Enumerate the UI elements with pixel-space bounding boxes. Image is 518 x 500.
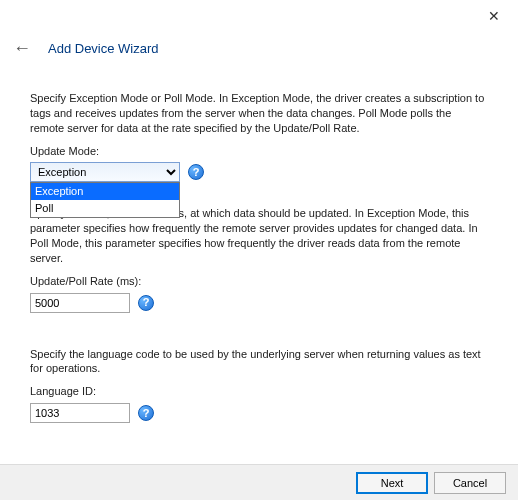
update-mode-dropdown: Exception Poll: [30, 182, 180, 218]
help-icon[interactable]: ?: [138, 295, 154, 311]
language-description: Specify the language code to be used by …: [30, 347, 488, 377]
cancel-button[interactable]: Cancel: [434, 472, 506, 494]
help-icon[interactable]: ?: [188, 164, 204, 180]
footer-bar: Next Cancel: [0, 464, 518, 500]
language-id-input[interactable]: [30, 403, 130, 423]
update-mode-select[interactable]: Exception: [30, 162, 180, 182]
next-button[interactable]: Next: [356, 472, 428, 494]
poll-rate-label: Update/Poll Rate (ms):: [30, 274, 488, 289]
update-mode-option-poll[interactable]: Poll: [31, 200, 179, 217]
close-icon[interactable]: ✕: [482, 8, 506, 24]
poll-rate-input[interactable]: [30, 293, 130, 313]
update-mode-option-exception[interactable]: Exception: [31, 183, 179, 200]
help-icon[interactable]: ?: [138, 405, 154, 421]
page-title: Add Device Wizard: [48, 41, 159, 56]
update-mode-label: Update Mode:: [30, 144, 488, 159]
language-label: Language ID:: [30, 384, 488, 399]
back-icon[interactable]: ←: [10, 38, 34, 59]
update-mode-description: Specify Exception Mode or Poll Mode. In …: [30, 91, 488, 136]
